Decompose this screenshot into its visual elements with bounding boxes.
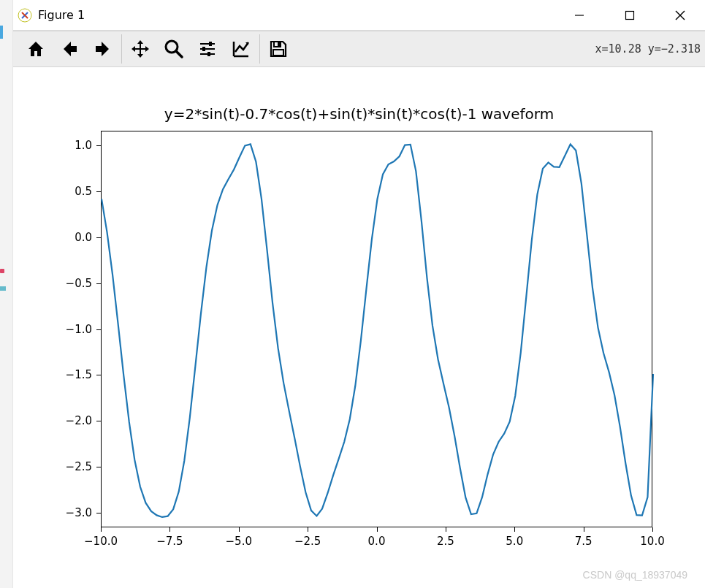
xtick-label: 5.0 bbox=[506, 535, 523, 548]
titlebar[interactable]: Figure 1 bbox=[13, 0, 705, 31]
sliders-icon bbox=[197, 39, 218, 59]
svg-rect-2 bbox=[625, 11, 633, 19]
chart-title: y=2*sin(t)-0.7*cos(t)+sin(t)*sin(t)*cos(… bbox=[13, 105, 705, 123]
cursor-readout: x=10.28 y=−2.318 bbox=[595, 42, 701, 56]
ytick-label: −1.0 bbox=[66, 323, 92, 336]
chart-line-icon bbox=[231, 39, 251, 59]
xtick-label: −7.5 bbox=[156, 535, 183, 548]
ytick-label: −0.5 bbox=[66, 277, 92, 290]
xtick-label: 2.5 bbox=[437, 535, 454, 548]
svg-rect-15 bbox=[278, 42, 280, 46]
pan-icon bbox=[130, 39, 150, 59]
svg-rect-16 bbox=[273, 50, 283, 56]
zoom-button[interactable] bbox=[157, 32, 191, 66]
pan-button[interactable] bbox=[123, 32, 157, 66]
arrow-right-icon bbox=[93, 39, 113, 59]
watermark: CSDN @qq_18937049 bbox=[583, 569, 687, 581]
arrow-left-icon bbox=[59, 39, 80, 59]
save-icon bbox=[268, 39, 289, 59]
svg-rect-11 bbox=[202, 47, 205, 51]
gutter-accent bbox=[0, 26, 3, 39]
figure-canvas[interactable]: y=2*sin(t)-0.7*cos(t)+sin(t)*sin(t)*cos(… bbox=[13, 67, 705, 588]
svg-rect-12 bbox=[207, 52, 210, 56]
xtick-label: 0.0 bbox=[368, 535, 386, 548]
ytick-label: 1.0 bbox=[75, 139, 92, 152]
svg-line-6 bbox=[176, 51, 182, 57]
ytick-label: −2.5 bbox=[66, 460, 92, 473]
ytick-label: 0.5 bbox=[75, 185, 92, 198]
window-title: Figure 1 bbox=[38, 8, 85, 22]
forward-button[interactable] bbox=[86, 32, 120, 66]
xtick-label: 10.0 bbox=[640, 535, 664, 548]
ytick-label: −2.0 bbox=[66, 414, 92, 427]
xtick-label: −2.5 bbox=[294, 535, 321, 548]
gutter-marker bbox=[0, 286, 6, 291]
xtick-label: −5.0 bbox=[226, 535, 252, 548]
zoom-icon bbox=[164, 39, 184, 59]
home-button[interactable] bbox=[19, 32, 53, 66]
maximize-button[interactable] bbox=[604, 0, 655, 30]
ytick-label: −1.5 bbox=[66, 368, 92, 381]
minimize-button[interactable] bbox=[554, 0, 604, 30]
toolbar-separator bbox=[121, 34, 122, 64]
toolbar-separator bbox=[259, 34, 260, 64]
home-icon bbox=[26, 39, 46, 59]
ytick-label: 0.0 bbox=[75, 231, 92, 244]
line-plot bbox=[102, 131, 652, 527]
close-button[interactable] bbox=[655, 0, 705, 30]
back-button[interactable] bbox=[53, 32, 86, 66]
gutter-marker bbox=[0, 269, 4, 273]
app-icon bbox=[18, 8, 32, 23]
edit-axes-button[interactable] bbox=[224, 32, 258, 66]
editor-gutter bbox=[0, 0, 13, 588]
save-button[interactable] bbox=[262, 32, 295, 66]
toolbar: x=10.28 y=−2.318 bbox=[13, 31, 705, 67]
ytick-label: −3.0 bbox=[66, 506, 92, 519]
xtick-label: 7.5 bbox=[575, 535, 592, 548]
axes bbox=[101, 131, 652, 527]
configure-button[interactable] bbox=[191, 32, 224, 66]
xtick-label: −10.0 bbox=[84, 535, 118, 548]
svg-rect-10 bbox=[209, 42, 212, 46]
